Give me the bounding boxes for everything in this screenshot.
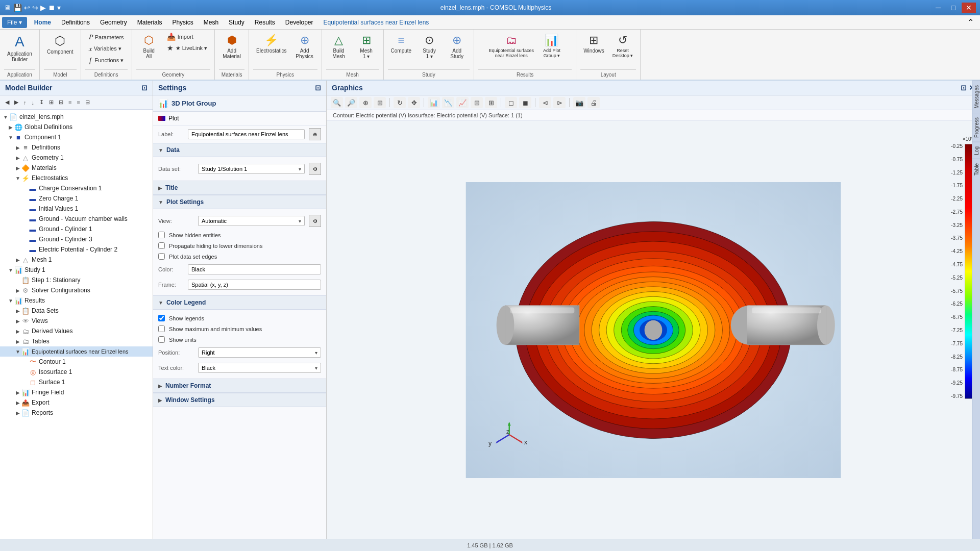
graphics-canvas[interactable]: z x y ×10³ -0.25-0.75-1.25-1.75-2.25-2.7… bbox=[327, 121, 980, 539]
color-input[interactable] bbox=[188, 264, 321, 274]
tree-item-results[interactable]: ▼ 📊 Results bbox=[0, 295, 153, 306]
show-legends-checkbox[interactable] bbox=[158, 315, 165, 321]
tree-item-fringe[interactable]: ▶ 📊 Fringe Field bbox=[0, 387, 153, 397]
tree-toggle-results[interactable]: ▼ bbox=[7, 298, 14, 304]
file-menu[interactable]: File ▾ bbox=[2, 17, 27, 28]
mb-list3[interactable]: ⊟ bbox=[83, 97, 92, 107]
quick-access-save[interactable]: 💾 bbox=[13, 4, 22, 12]
add-study-button[interactable]: ⊕ AddStudy bbox=[444, 32, 470, 61]
line-graph-button[interactable]: 📉 bbox=[442, 97, 454, 108]
livelink-button[interactable]: ★ ★ LiveLink ▾ bbox=[164, 43, 210, 53]
color-legend-section-header[interactable]: ▼ Color Legend bbox=[153, 295, 326, 310]
tree-item-solver-configs[interactable]: ▶ ⚙ Solver Configurations bbox=[0, 285, 153, 295]
rotate-button[interactable]: ↻ bbox=[394, 97, 406, 108]
add-material-button[interactable]: ⬢ AddMaterial bbox=[219, 32, 244, 61]
tree-toggle-geom1[interactable]: ▶ bbox=[14, 155, 21, 161]
plot-dataset-edges-checkbox[interactable] bbox=[158, 253, 165, 260]
tree-item-ground-vacuum[interactable]: ▬ Ground - Vacuum chamber walls bbox=[0, 214, 153, 224]
view-settings-btn[interactable]: ⚙ bbox=[309, 215, 321, 227]
tree-item-elec-pot[interactable]: ▬ Electric Potential - Cylinder 2 bbox=[0, 244, 153, 255]
number-format-section-header[interactable]: ▶ Number Format bbox=[153, 379, 326, 393]
zoom-in-button[interactable]: 🔍 bbox=[331, 97, 343, 108]
mb-back[interactable]: ◀ bbox=[3, 97, 11, 107]
zoom-out-button[interactable]: 🔎 bbox=[345, 97, 357, 108]
application-builder-button[interactable]: A ApplicationBuilder bbox=[4, 32, 35, 64]
tree-item-root[interactable]: ▼ 📄 einzel_lens.mph bbox=[0, 112, 153, 122]
tree-toggle-comp1[interactable]: ▼ bbox=[7, 135, 14, 140]
solid-button[interactable]: ◼ bbox=[519, 97, 531, 108]
title-section-header[interactable]: ▶ Title bbox=[153, 181, 326, 195]
build-mesh-button[interactable]: △ BuildMesh bbox=[326, 32, 352, 61]
show-units-checkbox[interactable] bbox=[158, 336, 165, 343]
tree-item-init-vals[interactable]: ▬ Initial Values 1 bbox=[0, 204, 153, 214]
equipotential-result-button[interactable]: 🗂 Equipotential surfacesnear Einzel lens bbox=[485, 32, 537, 60]
tree-toggle-global[interactable]: ▶ bbox=[7, 124, 14, 130]
mb-up[interactable]: ↑ bbox=[21, 97, 29, 107]
mb-move-to[interactable]: ↧ bbox=[37, 97, 46, 107]
menu-study[interactable]: Study bbox=[224, 17, 250, 28]
show-maxmin-checkbox[interactable] bbox=[158, 325, 165, 332]
mb-forward[interactable]: ▶ bbox=[12, 97, 20, 107]
menu-materials[interactable]: Materials bbox=[132, 17, 167, 28]
label-input[interactable] bbox=[188, 129, 305, 139]
tree-toggle-views[interactable]: ▶ bbox=[14, 318, 21, 324]
compute-button[interactable]: ≡ Compute bbox=[388, 32, 415, 56]
propagate-checkbox[interactable] bbox=[158, 242, 165, 249]
tree-toggle-reports[interactable]: ▶ bbox=[14, 410, 21, 416]
tree-item-global[interactable]: ▶ 🌐 Global Definitions bbox=[0, 122, 153, 132]
tree-item-comp1[interactable]: ▼ ■ Component 1 bbox=[0, 132, 153, 142]
add-plot-group-button[interactable]: 📊 Add PlotGroup ▾ bbox=[539, 32, 565, 60]
tree-item-contour1[interactable]: 〜 Contour 1 bbox=[0, 357, 153, 367]
reset-desktop-button[interactable]: ↺ ResetDesktop ▾ bbox=[609, 32, 636, 60]
zoom-extents-button[interactable]: ⊕ bbox=[359, 97, 372, 108]
zoom-selection-button[interactable]: ⊞ bbox=[374, 97, 386, 108]
tree-item-views[interactable]: ▶ 👁 Views bbox=[0, 316, 153, 326]
mb-collapse[interactable]: ⊟ bbox=[57, 97, 65, 107]
tree-item-geom1[interactable]: ▶ △ Geometry 1 bbox=[0, 153, 153, 163]
wireframe-button[interactable]: ◻ bbox=[505, 97, 517, 108]
menu-definitions[interactable]: Definitions bbox=[56, 17, 95, 28]
label-input-btn[interactable]: ⊕ bbox=[309, 128, 321, 140]
tree-toggle-study1[interactable]: ▼ bbox=[7, 267, 14, 273]
progress-tab[interactable]: Progress bbox=[972, 113, 980, 142]
plot-button[interactable]: 📊 bbox=[428, 97, 440, 108]
next-button[interactable]: ⊳ bbox=[553, 97, 566, 108]
tree-toggle-mesh1[interactable]: ▶ bbox=[14, 257, 21, 263]
menu-developer[interactable]: Developer bbox=[280, 17, 318, 28]
functions-button[interactable]: ƒ Functions ▾ bbox=[86, 55, 127, 65]
window-settings-section-header[interactable]: ▶ Window Settings bbox=[153, 393, 326, 407]
menu-equipotential[interactable]: Equipotential surfaces near Einzel lens bbox=[318, 17, 434, 28]
mb-list1[interactable]: ≡ bbox=[66, 97, 74, 107]
import-button[interactable]: 📥 Import bbox=[164, 32, 210, 42]
grid-button[interactable]: ⊞ bbox=[485, 97, 497, 108]
add-physics-button[interactable]: ⊕ AddPhysics bbox=[292, 32, 317, 61]
plot-settings-section-header[interactable]: ▼ Plot Settings bbox=[153, 195, 326, 209]
tree-toggle-elec[interactable]: ▼ bbox=[14, 176, 21, 181]
dataset-settings-btn[interactable]: ⚙ bbox=[309, 163, 321, 175]
tree-item-mesh1[interactable]: ▶ △ Mesh 1 bbox=[0, 255, 153, 265]
menu-physics[interactable]: Physics bbox=[167, 17, 198, 28]
windows-button[interactable]: ⊞ Windows bbox=[580, 32, 607, 56]
electrostatics-button[interactable]: ⚡ Electrostatics bbox=[253, 32, 289, 56]
tree-item-charge-cons[interactable]: ▬ Charge Conservation 1 bbox=[0, 183, 153, 193]
mb-down[interactable]: ↓ bbox=[30, 97, 37, 107]
maximize-button[interactable]: □ bbox=[946, 3, 961, 13]
tree-toggle-sc[interactable]: ▶ bbox=[14, 288, 21, 293]
settings-detach[interactable]: ⊡ bbox=[315, 84, 321, 92]
model-builder-detach[interactable]: ⊡ bbox=[141, 84, 148, 92]
mb-expand[interactable]: ⊞ bbox=[47, 97, 56, 107]
tree-item-surface1[interactable]: ◻ Surface 1 bbox=[0, 377, 153, 387]
dataset-dropdown[interactable]: Study 1/Solution 1 ▾ bbox=[198, 164, 305, 174]
pan-button[interactable]: ✥ bbox=[408, 97, 420, 108]
menu-home[interactable]: Home bbox=[29, 17, 56, 28]
tree-toggle-fringe[interactable]: ▶ bbox=[14, 390, 21, 395]
quick-access-stop[interactable]: ⏹ bbox=[48, 4, 55, 12]
quick-access-more[interactable]: ▾ bbox=[57, 4, 61, 12]
tree-item-export[interactable]: ▶ 📤 Export bbox=[0, 397, 153, 408]
table-tab[interactable]: Table bbox=[972, 159, 980, 180]
screenshot-button[interactable]: 📷 bbox=[573, 97, 585, 108]
position-dropdown[interactable]: Right ▾ bbox=[198, 347, 321, 358]
tree-item-ground-cyl1[interactable]: ▬ Ground - Cylinder 1 bbox=[0, 224, 153, 234]
print-button[interactable]: 🖨 bbox=[587, 97, 600, 108]
tree-toggle-root[interactable]: ▼ bbox=[2, 114, 9, 120]
